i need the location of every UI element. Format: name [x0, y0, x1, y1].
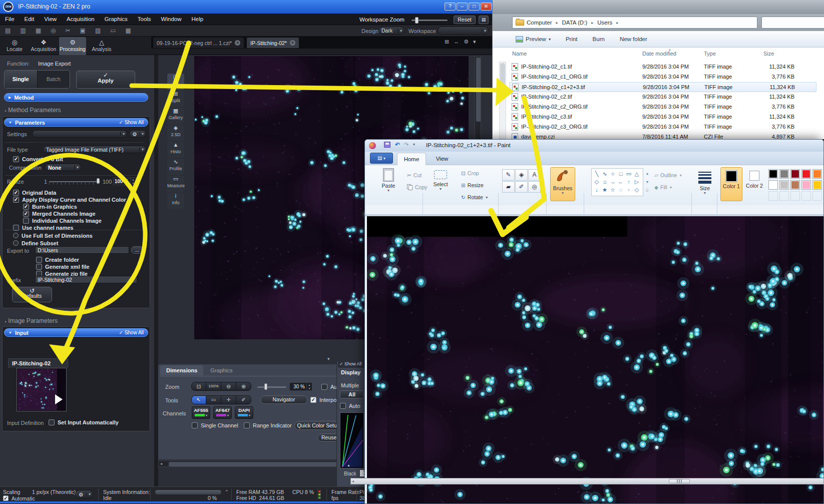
- qat-undo-icon[interactable]: ↶: [395, 141, 400, 148]
- view-tool-split[interactable]: ⊞Split: [167, 91, 184, 107]
- zen-horizontal-scrollbar[interactable]: ◂: [158, 460, 364, 467]
- option-apply-display-curve-and-channel-color[interactable]: ✓Apply Display Curve and Channel Color: [13, 196, 143, 203]
- channel-caret-icon[interactable]: ▾: [249, 413, 250, 417]
- shape-icon[interactable]: ↑: [625, 178, 633, 186]
- zoom-out-icon[interactable]: ⊖: [221, 382, 236, 391]
- dock-tab-dimensions[interactable]: Dimensions: [160, 365, 203, 375]
- palette-empty-slot[interactable]: [812, 191, 822, 201]
- select-button[interactable]: Select▼: [428, 168, 453, 191]
- design-dropdown[interactable]: Dark▾: [378, 27, 404, 35]
- method-section-header[interactable]: ▶Method: [4, 93, 148, 102]
- menu-item-file[interactable]: File: [5, 16, 15, 22]
- shape-icon[interactable]: ⌂: [601, 178, 609, 186]
- file-row[interactable]: IP-Stitching-02_c2_ORG.tif9/28/2016 3:04…: [509, 102, 816, 112]
- copy-button[interactable]: Copy: [407, 182, 428, 192]
- single-button[interactable]: Single: [5, 71, 37, 88]
- checkbox[interactable]: ✓: [13, 197, 19, 203]
- close-tab-icon[interactable]: ✕: [290, 40, 295, 46]
- color1-button[interactable]: Color 1: [720, 167, 742, 201]
- zoom-region-tool-icon[interactable]: ▭: [206, 395, 221, 404]
- close-button[interactable]: ✕: [481, 3, 492, 11]
- export-option-create-folder[interactable]: Create folder: [36, 256, 136, 263]
- brushes-button[interactable]: Brushes▼: [550, 167, 575, 201]
- column-header-date-modified[interactable]: Date modified: [642, 51, 676, 57]
- cut-icon[interactable]: ✂: [66, 27, 71, 34]
- picker-tool-icon[interactable]: ✐: [236, 395, 251, 404]
- close-tab-icon[interactable]: ✕: [235, 40, 240, 46]
- menu-item-tools[interactable]: Tools: [138, 16, 151, 22]
- shape-icon[interactable]: ◇: [633, 186, 641, 194]
- option-original-data[interactable]: ✓Original Data: [13, 189, 143, 196]
- file-row[interactable]: davidtemp.czi7/8/2016 11:41 AMCZI File4,…: [509, 132, 816, 139]
- help-button[interactable]: ?: [445, 3, 456, 11]
- palette-empty-slot[interactable]: [801, 191, 811, 201]
- workspace-tab-locate[interactable]: ◎Locate: [1, 37, 28, 55]
- minimize-button[interactable]: –: [457, 3, 468, 11]
- single-channel-checkbox[interactable]: Single Channel: [192, 422, 238, 428]
- quick-color-setup-button[interactable]: Quick Color Setup: [294, 421, 342, 430]
- sort-indicator-icon[interactable]: ▴: [669, 48, 671, 52]
- pan-tool-icon[interactable]: ✛: [221, 395, 236, 404]
- file-row[interactable]: IP-Stitching-02_c1_ORG.tif9/28/2016 3:04…: [509, 72, 816, 82]
- shape-icon[interactable]: ▷: [633, 178, 641, 186]
- shape-icon[interactable]: →: [609, 178, 617, 186]
- palette-color[interactable]: [768, 169, 778, 179]
- address-breadcrumb[interactable]: Computer▸DATA (D:)▸Users▸: [512, 17, 757, 29]
- checkbox[interactable]: ✓: [23, 211, 29, 217]
- layout-grid-icon[interactable]: ⊞: [445, 39, 449, 45]
- dock-tab-graphics[interactable]: Graphics: [204, 365, 238, 375]
- set-input-automatically-checkbox[interactable]: Set Input Automatically: [49, 419, 119, 425]
- checkbox[interactable]: ✓: [23, 204, 29, 210]
- shape-icon[interactable]: ★: [601, 186, 609, 194]
- notes-icon[interactable]: ▤: [479, 16, 489, 24]
- toolbar-burn[interactable]: Burn: [593, 36, 605, 42]
- new-document-icon[interactable]: ▤: [5, 27, 11, 34]
- input-thumbnail-image[interactable]: [18, 369, 57, 410]
- batch-button[interactable]: Batch: [37, 71, 70, 88]
- magnifier-tool-icon[interactable]: ◎: [528, 181, 541, 193]
- palette-color[interactable]: [801, 180, 811, 190]
- menu-item-edit[interactable]: Edit: [25, 16, 35, 22]
- maximize-button[interactable]: □: [469, 3, 480, 11]
- fill-tool-icon[interactable]: ◈: [515, 169, 528, 181]
- view-tool-2d[interactable]: ▢2D: [167, 74, 184, 90]
- prefix-field[interactable]: IP-Stitching-02: [35, 276, 137, 283]
- image-zoom-slider-thumb[interactable]: [264, 383, 267, 390]
- open-icon[interactable]: ▥: [20, 27, 26, 34]
- checkbox[interactable]: ✓: [13, 190, 19, 196]
- crumb-computer[interactable]: Computer: [527, 20, 552, 26]
- size-button[interactable]: Size▼: [694, 168, 715, 195]
- display-auto-checkbox[interactable]: Auto: [340, 402, 360, 409]
- crumb-data-d-[interactable]: DATA (D:): [562, 20, 588, 26]
- paint-horizontal-scrollbar[interactable]: ◂: [350, 478, 824, 484]
- view-tool-histo[interactable]: ▲Histo: [167, 142, 184, 158]
- pointer-tool-icon[interactable]: ↖: [191, 395, 206, 404]
- column-header-type[interactable]: Type: [704, 51, 716, 57]
- cut-button[interactable]: ✂Cut: [407, 170, 422, 180]
- palette-color[interactable]: [801, 169, 811, 179]
- view-tool-gallery[interactable]: ▦Gallery: [167, 108, 184, 124]
- settings-dropdown[interactable]: ▾: [32, 130, 127, 138]
- display-histogram[interactable]: [340, 412, 364, 468]
- paste-icon[interactable]: ▧: [95, 27, 101, 34]
- zen-title-bar[interactable]: ZEN IP-Stitching-02 - ZEN 2 pro ? – □ ✕: [0, 0, 492, 14]
- qat-save-icon[interactable]: [384, 142, 390, 148]
- checkbox[interactable]: [23, 218, 29, 224]
- zoom-in-icon[interactable]: ⊕: [236, 382, 251, 391]
- palette-color[interactable]: [790, 169, 800, 179]
- view-tool-profile[interactable]: ∿Profile: [167, 159, 184, 175]
- zoom-percent-spinner[interactable]: 30 %▲▼: [289, 382, 312, 391]
- navigator-button[interactable]: Navigator: [260, 395, 307, 404]
- toolbar-new-folder[interactable]: New folder: [620, 36, 647, 42]
- option-burn-in-graphics[interactable]: ✓Burn-in Graphics: [23, 203, 143, 210]
- qat-caret-icon[interactable]: ▾: [413, 142, 415, 147]
- radio-define-subset[interactable]: Define Subset: [13, 240, 143, 246]
- expand-icon[interactable]: ↔: [454, 39, 459, 45]
- menu-item-window[interactable]: Window: [161, 16, 182, 22]
- menu-item-help[interactable]: Help: [192, 16, 204, 22]
- reset-button[interactable]: Reset: [454, 16, 476, 24]
- palette-color[interactable]: [812, 169, 822, 179]
- shape-icon[interactable]: □: [617, 170, 625, 178]
- tab-home[interactable]: Home: [397, 153, 426, 165]
- file-row[interactable]: IP-Stitching-02_c1.tif9/28/2016 3:04 PMT…: [509, 62, 816, 72]
